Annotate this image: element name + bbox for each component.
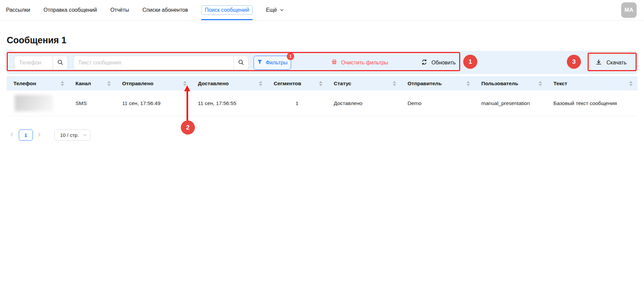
tab-spiski-abonentov[interactable]: Списки абонентов [143,0,188,20]
annotation-rect-download [588,53,637,71]
pagination: 1 10 / стр. [9,130,637,141]
cell-text: Базовый текст сообщения [547,100,637,106]
more-label: Ещё [266,7,277,13]
sorter-icon[interactable] [393,81,396,86]
column-header-segments[interactable]: Сегментов [267,76,327,91]
tab-rassylki[interactable]: Рассылки [6,0,30,20]
annotation-step-2: 2 [181,120,195,135]
column-header-user[interactable]: Пользователь [475,76,547,91]
annotation-arrow-shaft [186,91,188,121]
sorter-icon[interactable] [539,81,542,86]
column-header-sent[interactable]: Отправлено [115,76,191,91]
sorter-icon[interactable] [467,81,470,86]
tab-otchety[interactable]: Отчёты [110,0,129,20]
column-header-delivered[interactable]: Доставлено [191,76,267,91]
tab-more[interactable]: Ещё [266,0,284,20]
annotation-arrow-up-icon [184,85,190,91]
page-title: Сообщения 1 [7,34,637,47]
active-tab-label: Поиск сообщений [201,5,253,15]
sorter-icon[interactable] [107,81,111,86]
table-row: SMS 11 сен, 17:56:49 11 сен, 17:56:55 1 … [7,91,637,116]
top-navigation: Рассылки Отправка сообщений Отчёты Списк… [0,0,644,20]
annotation-step-1: 1 [463,55,477,69]
column-header-status[interactable]: Статус [327,76,401,91]
user-avatar[interactable]: MA [621,2,637,18]
cell-status: Доставлено [327,100,401,106]
column-header-text[interactable]: Текст [547,76,637,91]
sorter-icon[interactable] [61,81,64,86]
main-content: Сообщения 1 Фильтры 1 [0,34,644,141]
cell-channel: SMS [69,100,115,106]
pagination-page-1[interactable]: 1 [19,130,33,141]
cell-delivered: 11 сен, 17:56:55 [191,100,267,106]
cell-sender: Demo [401,100,475,106]
chevron-left-icon [9,132,14,138]
chevron-down-icon [83,133,87,137]
page-size-value: 10 / стр. [60,132,79,138]
tab-otpravka-soobshchenij[interactable]: Отправка сообщений [44,0,97,20]
column-header-channel[interactable]: Канал [69,76,115,91]
sorter-icon[interactable] [319,81,322,86]
phone-redacted-blur [15,95,53,111]
annotation-rect-toolbar [7,52,460,71]
table-header-row: Телефон Канал Отправлено Доставлено Сегм… [7,76,637,91]
pagination-prev-button[interactable] [9,132,14,138]
page-size-select[interactable]: 10 / стр. [54,130,91,141]
tab-poisk-soobshchenij[interactable]: Поиск сообщений [201,0,253,20]
cell-sent: 11 сен, 17:56:49 [115,100,191,106]
cell-segments: 1 [267,100,327,106]
messages-table: Телефон Канал Отправлено Доставлено Сегм… [7,76,637,116]
cell-phone [7,95,69,111]
cell-user: manual_presentation [475,100,547,106]
annotation-step-3: 3 [567,55,581,69]
column-header-sender[interactable]: Отправитель [401,76,475,91]
chevron-down-icon [280,8,284,12]
sorter-icon[interactable] [629,81,633,86]
column-header-phone[interactable]: Телефон [7,76,69,91]
sorter-icon[interactable] [259,81,262,86]
chevron-right-icon [37,132,42,138]
active-tab-indicator [201,19,253,20]
pagination-next-button[interactable] [37,132,42,138]
